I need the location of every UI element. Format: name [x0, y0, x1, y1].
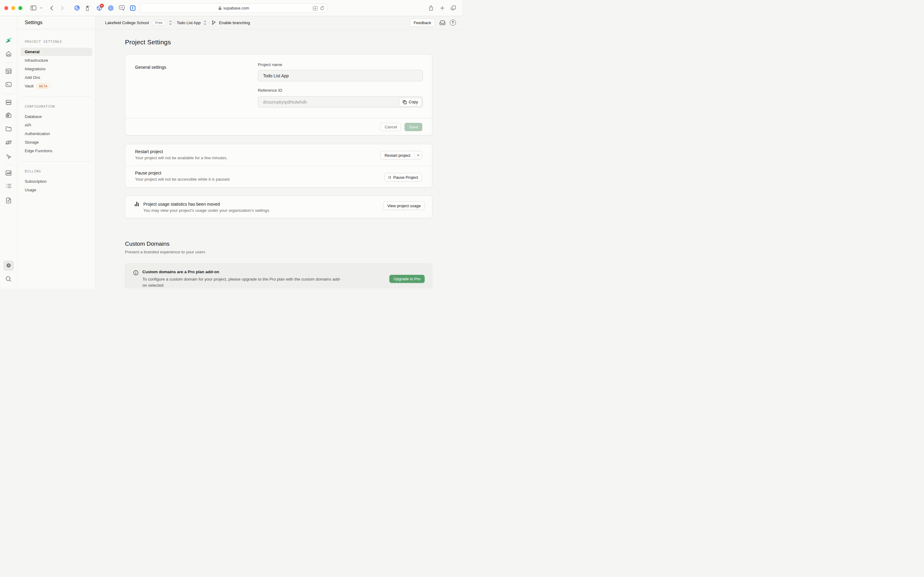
- breadcrumb-org[interactable]: Lakefield College School: [105, 21, 149, 25]
- card-footer-divider: [125, 118, 432, 118]
- copy-icon: [403, 100, 407, 104]
- custom-domains-panel: Custom domains are a Pro plan add-on To …: [125, 263, 432, 288]
- beta-badge: BETA: [36, 84, 50, 89]
- view-project-usage-button[interactable]: View project usage: [383, 201, 425, 210]
- restart-project-split-button: Restart project: [380, 151, 422, 160]
- sql-editor-icon[interactable]: [5, 82, 11, 87]
- table-editor-icon[interactable]: [5, 68, 11, 74]
- sidebar-item-general[interactable]: General: [21, 48, 92, 56]
- sidebar-chevron-down-icon[interactable]: [39, 4, 43, 12]
- extension-spray-icon[interactable]: [84, 4, 92, 12]
- restart-options-chevron-icon[interactable]: [414, 151, 422, 159]
- screen: ♥ I supabase.com A: [0, 0, 462, 288]
- card-section-title: General settings: [135, 65, 166, 70]
- home-icon[interactable]: [5, 51, 11, 57]
- tabs-overview-icon[interactable]: [449, 4, 457, 12]
- realtime-icon[interactable]: [5, 153, 11, 159]
- share-icon[interactable]: [427, 4, 435, 12]
- restart-project-button[interactable]: Restart project: [381, 151, 414, 159]
- address-bar[interactable]: supabase.com A: [140, 3, 327, 13]
- new-tab-icon[interactable]: [438, 4, 446, 12]
- browser-toolbar: ♥ I supabase.com A: [0, 0, 462, 16]
- zoom-window-button[interactable]: [18, 6, 22, 10]
- storage-icon[interactable]: [5, 126, 11, 131]
- copy-button[interactable]: Copy: [399, 98, 422, 106]
- feedback-button[interactable]: Feedback: [410, 18, 435, 27]
- git-branch-icon: [211, 20, 216, 25]
- reload-icon[interactable]: [320, 6, 324, 10]
- org-switcher-icon[interactable]: [169, 21, 172, 25]
- card-row-divider: [125, 166, 432, 166]
- heart-badge-icon: ♥: [100, 4, 104, 8]
- sidebar-item-edge-functions[interactable]: Edge Functions: [21, 147, 92, 155]
- sidebar-item-usage[interactable]: Usage: [21, 186, 92, 194]
- app-shell: ⚙ Settings PROJECT SETTINGS General Infr…: [0, 16, 462, 288]
- save-button[interactable]: Save: [404, 123, 422, 131]
- custom-domains-subtitle: Present a branded experience to your use…: [125, 250, 205, 254]
- sidebar-title: Settings: [18, 16, 95, 29]
- pause-icon: [388, 176, 391, 179]
- upgrade-to-pro-button[interactable]: Upgrade to Pro: [389, 275, 425, 283]
- authentication-icon[interactable]: [6, 113, 11, 118]
- extension-cube-heart-icon[interactable]: ♥: [95, 4, 103, 12]
- url-text: supabase.com: [223, 6, 250, 10]
- pause-project-button[interactable]: Pause Project: [385, 173, 422, 182]
- breadcrumb-project[interactable]: Todo List App: [177, 21, 200, 25]
- sidebar-item-api[interactable]: API: [21, 121, 92, 129]
- project-switcher-icon[interactable]: [203, 21, 206, 25]
- extension-bubble-icon[interactable]: [118, 4, 126, 12]
- plan-badge[interactable]: Free: [152, 20, 166, 26]
- project-name-input[interactable]: Todo List App: [258, 70, 423, 81]
- breadcrumb-separator: /: [208, 21, 209, 25]
- settings-sidebar: Settings PROJECT SETTINGS General Infras…: [18, 16, 96, 288]
- restart-title: Restart project: [135, 149, 163, 154]
- sidebar-item-add-ons[interactable]: Add Ons: [21, 73, 92, 82]
- sidebar-item-authentication[interactable]: Authentication: [21, 130, 92, 138]
- rail-divider: [4, 93, 13, 94]
- extension-clock-icon[interactable]: [73, 4, 81, 12]
- sidebar-item-subscription[interactable]: Subscription: [21, 177, 92, 185]
- alert-circle-icon: [133, 270, 138, 276]
- restart-description: Your project will not be available for a…: [135, 156, 228, 160]
- sidebar-item-integrations[interactable]: Integrations: [21, 65, 92, 73]
- section-label-project-settings: PROJECT SETTINGS: [25, 40, 92, 44]
- help-icon[interactable]: ?: [450, 19, 456, 26]
- search-icon[interactable]: [5, 276, 11, 282]
- inbox-icon[interactable]: [439, 20, 446, 25]
- enable-branching-button[interactable]: Enable branching: [211, 20, 250, 25]
- rail-divider: [4, 63, 13, 63]
- main-area: Lakefield College School Free / Todo Lis…: [96, 16, 462, 288]
- sidebar-item-vault[interactable]: VaultBETA: [21, 82, 92, 90]
- extension-ring-icon[interactable]: [107, 4, 114, 12]
- bar-chart-icon: [135, 202, 139, 206]
- pro-addon-title: Custom domains are a Pro plan add-on: [142, 269, 219, 274]
- reports-icon[interactable]: [5, 170, 11, 176]
- translate-icon[interactable]: A: [313, 6, 317, 10]
- forward-button[interactable]: [58, 4, 66, 12]
- sidebar-item-storage[interactable]: Storage: [21, 138, 92, 147]
- sidebar-toggle-icon[interactable]: [29, 4, 37, 12]
- sidebar-item-database[interactable]: Database: [21, 113, 92, 121]
- sidebar-item-infrastructure[interactable]: Infrastructure: [21, 56, 92, 64]
- minimize-window-button[interactable]: [11, 6, 15, 10]
- sidebar-divider: [22, 97, 91, 97]
- pause-title: Pause project: [135, 171, 161, 176]
- extension-reader-icon[interactable]: I: [129, 4, 137, 12]
- supabase-logo[interactable]: [5, 36, 13, 44]
- section-label-configuration: CONFIGURATION: [25, 105, 92, 108]
- reference-id-input: dnssnnpkyrpdhtulwhdh Copy: [258, 96, 423, 108]
- logs-icon[interactable]: [6, 184, 11, 188]
- edge-functions-icon[interactable]: [5, 140, 12, 145]
- database-icon[interactable]: [5, 100, 11, 105]
- restart-pause-card: Restart project Your project will not be…: [125, 144, 432, 188]
- reference-id-label: Reference ID: [258, 88, 423, 93]
- settings-icon[interactable]: ⚙: [3, 260, 14, 271]
- cancel-button[interactable]: Cancel: [380, 123, 401, 131]
- general-settings-card: General settings Project name Todo List …: [125, 54, 432, 135]
- section-label-billing: BILLING: [25, 169, 92, 173]
- project-name-label: Project name: [258, 62, 423, 67]
- close-window-button[interactable]: [4, 6, 8, 10]
- api-docs-icon[interactable]: [6, 197, 11, 203]
- sidebar-divider: [22, 161, 91, 162]
- back-button[interactable]: [48, 4, 56, 12]
